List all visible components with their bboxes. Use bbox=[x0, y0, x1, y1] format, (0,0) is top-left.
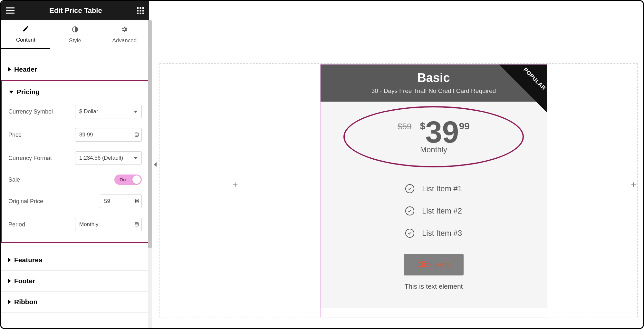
svg-rect-10 bbox=[139, 13, 141, 14]
period-input[interactable] bbox=[75, 218, 132, 231]
list-item: List Item #2 bbox=[350, 200, 518, 222]
sale-toggle-text: On bbox=[120, 177, 126, 182]
chevron-down-icon bbox=[134, 111, 138, 113]
panel-header: Edit Price Table bbox=[1, 1, 149, 20]
panel-scrollbar[interactable] bbox=[148, 20, 152, 328]
toggle-knob bbox=[132, 175, 141, 184]
currency-symbol-value: $ Dollar bbox=[79, 108, 98, 115]
row-currency-format: Currency Format 1,234.56 (Default) bbox=[8, 151, 142, 165]
caret-right-icon bbox=[8, 67, 11, 72]
dynamic-tags-button[interactable] bbox=[133, 194, 142, 208]
row-currency-symbol: Currency Symbol $ Dollar bbox=[8, 105, 142, 118]
section-pricing-toggle[interactable]: Pricing bbox=[8, 85, 142, 102]
popular-ribbon: POPULAR bbox=[499, 65, 547, 112]
menu-icon[interactable] bbox=[6, 7, 14, 14]
original-price-text: $59 bbox=[398, 122, 411, 132]
section-ribbon: Ribbon bbox=[1, 292, 149, 313]
collapse-panel-button[interactable] bbox=[151, 155, 159, 174]
tab-content[interactable]: Content bbox=[1, 20, 50, 49]
svg-rect-1 bbox=[6, 10, 14, 11]
section-footer-toggle[interactable]: Footer bbox=[1, 271, 149, 291]
caret-right-icon bbox=[8, 258, 11, 262]
svg-rect-4 bbox=[139, 7, 141, 9]
section-features-label: Features bbox=[14, 256, 43, 264]
row-original-price: Original Price bbox=[8, 194, 142, 208]
add-column-left-button[interactable]: + bbox=[230, 179, 241, 190]
section-header-label: Header bbox=[14, 65, 37, 73]
section-features: Features bbox=[1, 250, 149, 271]
caret-right-icon bbox=[8, 279, 11, 283]
dynamic-tags-button[interactable] bbox=[132, 218, 142, 231]
pencil-icon bbox=[22, 25, 29, 34]
cta-button[interactable]: Click Here bbox=[404, 254, 464, 275]
list-item: List Item #1 bbox=[350, 178, 518, 200]
panel-title: Edit Price Table bbox=[49, 6, 102, 15]
original-price-label: Original Price bbox=[8, 198, 100, 205]
svg-rect-7 bbox=[139, 10, 141, 12]
chevron-down-icon bbox=[134, 157, 138, 159]
feature-text: List Item #2 bbox=[422, 206, 462, 215]
feature-text: List Item #1 bbox=[422, 184, 462, 193]
sale-label: Sale bbox=[8, 176, 114, 183]
section-header-toggle[interactable]: Header bbox=[1, 59, 149, 80]
list-item: List Item #3 bbox=[350, 222, 518, 244]
section-ribbon-label: Ribbon bbox=[14, 298, 37, 306]
check-circle-icon bbox=[405, 206, 414, 215]
section-pricing-label: Pricing bbox=[17, 88, 40, 96]
price-label: Price bbox=[8, 132, 75, 138]
svg-rect-3 bbox=[137, 7, 139, 9]
row-price: Price bbox=[8, 128, 142, 142]
caret-down-icon bbox=[9, 91, 14, 94]
section-ribbon-toggle[interactable]: Ribbon bbox=[1, 292, 149, 312]
svg-rect-2 bbox=[6, 13, 14, 14]
cta-label: Click Here bbox=[417, 260, 451, 269]
row-period: Period bbox=[8, 218, 142, 231]
svg-rect-6 bbox=[137, 10, 139, 12]
contrast-icon bbox=[72, 26, 79, 35]
price-card-body: $59 $ 39 99 Monthly List Item # bbox=[321, 102, 547, 308]
caret-right-icon bbox=[8, 300, 11, 304]
price-card-header: Basic 30 - Days Free Trial! No Credit Ca… bbox=[321, 65, 547, 102]
currency-symbol-select[interactable]: $ Dollar bbox=[75, 105, 142, 118]
tab-style[interactable]: Style bbox=[50, 20, 100, 49]
tab-advanced-label: Advanced bbox=[112, 37, 137, 44]
panel-tabs: Content Style Advanced bbox=[1, 20, 149, 49]
svg-rect-9 bbox=[137, 13, 139, 14]
preview-canvas: + + Basic 30 - Days Free Trial! No Credi… bbox=[159, 1, 643, 328]
check-circle-icon bbox=[405, 229, 414, 238]
price-integer: 39 bbox=[425, 119, 459, 146]
sale-toggle[interactable]: On bbox=[114, 174, 142, 185]
svg-rect-0 bbox=[6, 7, 14, 8]
svg-point-13 bbox=[135, 133, 139, 134]
check-circle-icon bbox=[405, 184, 414, 193]
section-features-toggle[interactable]: Features bbox=[1, 250, 149, 270]
svg-point-15 bbox=[135, 222, 139, 224]
currency-format-value: 1,234.56 (Default) bbox=[79, 155, 123, 161]
price-table-widget[interactable]: Basic 30 - Days Free Trial! No Credit Ca… bbox=[320, 64, 547, 317]
dynamic-tags-button[interactable] bbox=[132, 128, 142, 142]
footer-text: This is text element bbox=[333, 283, 534, 290]
tab-content-label: Content bbox=[16, 37, 35, 43]
feature-text: List Item #3 bbox=[422, 229, 462, 238]
section-header: Header bbox=[1, 59, 149, 80]
original-price-input[interactable] bbox=[100, 194, 133, 208]
ribbon-text: POPULAR bbox=[522, 66, 547, 92]
tab-advanced[interactable]: Advanced bbox=[100, 20, 149, 49]
section-footer: Footer bbox=[1, 271, 149, 292]
svg-point-14 bbox=[136, 199, 139, 200]
period-label: Period bbox=[8, 221, 75, 228]
price-area: $59 $ 39 99 Monthly bbox=[333, 107, 534, 165]
currency-format-select[interactable]: 1,234.56 (Default) bbox=[75, 151, 142, 165]
price-fraction: 99 bbox=[459, 121, 470, 132]
price-input[interactable] bbox=[75, 128, 132, 142]
currency-symbol-label: Currency Symbol bbox=[8, 108, 75, 115]
currency-format-label: Currency Format bbox=[8, 155, 75, 162]
svg-rect-5 bbox=[142, 7, 144, 9]
row-sale: Sale On bbox=[8, 174, 142, 185]
apps-icon[interactable] bbox=[137, 7, 144, 14]
gear-icon bbox=[121, 26, 128, 35]
editor-panel: Edit Price Table Content bbox=[1, 1, 149, 328]
svg-rect-11 bbox=[142, 13, 144, 14]
add-column-right-button[interactable]: + bbox=[628, 179, 639, 190]
tab-style-label: Style bbox=[69, 37, 81, 44]
